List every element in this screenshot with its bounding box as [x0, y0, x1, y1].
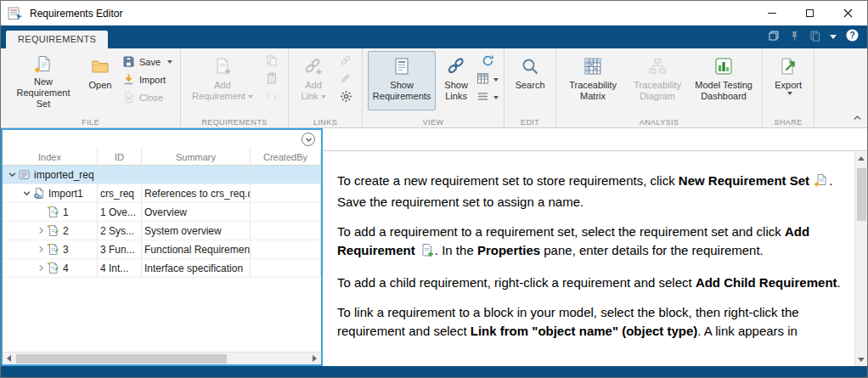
- export-dropdown-caret[interactable]: [787, 92, 792, 95]
- copy-window-icon[interactable]: [809, 30, 820, 45]
- new-requirement-set-icon: [814, 173, 828, 193]
- new-requirement-set-icon: [33, 54, 54, 75]
- tree-caret-icon[interactable]: [7, 170, 18, 179]
- pin-icon[interactable]: [789, 30, 800, 45]
- refresh-button[interactable]: [476, 54, 499, 71]
- ribbon-group-label: EDIT: [504, 118, 555, 127]
- help-icon[interactable]: ?: [846, 29, 859, 45]
- vertical-scrollbar[interactable]: [854, 152, 867, 366]
- export-button[interactable]: Export: [768, 51, 809, 110]
- index-cell: imported_reqs: [3, 166, 98, 183]
- column-header-createdby[interactable]: CreatedBy: [251, 149, 321, 165]
- show-links-icon: [446, 54, 466, 78]
- vertical-scroll-thumb[interactable]: [857, 168, 866, 221]
- createdby-cell: [251, 166, 321, 183]
- open-button[interactable]: Open: [82, 51, 118, 110]
- traceability-diagram-icon: [647, 54, 668, 78]
- table-row[interactable]: 22 Sys...System overview: [3, 222, 321, 240]
- toolstrip-dropdown-caret[interactable]: [830, 35, 837, 39]
- requirements-tree-pane: Index ID Summary CreatedBy imported_reqs…: [1, 128, 323, 366]
- main-area: Index ID Summary CreatedBy imported_reqs…: [1, 128, 867, 366]
- tree-caret-icon[interactable]: [36, 226, 47, 235]
- maximize-button[interactable]: [791, 1, 829, 25]
- createdby-cell: [251, 203, 321, 221]
- scroll-up-icon: [858, 156, 865, 161]
- button-label: Model Testing Dashboard: [695, 80, 752, 101]
- tree-item-label: 4: [63, 262, 69, 274]
- createdby-cell: [251, 240, 321, 258]
- open-folder-icon: [90, 54, 110, 78]
- model-testing-dashboard-button[interactable]: Model Testing Dashboard: [690, 51, 757, 110]
- new-requirement-set-button[interactable]: New Requirement Set: [6, 51, 81, 110]
- show-links-button[interactable]: Show Links: [437, 51, 475, 110]
- copy-icon: [266, 54, 278, 70]
- createdby-cell: [251, 184, 321, 202]
- button-label: Export: [775, 80, 802, 90]
- ribbon-group-label: ANALYSIS: [556, 118, 762, 127]
- collapse-toolstrip-button[interactable]: [851, 111, 863, 123]
- view-options-dropdown-caret[interactable]: [493, 96, 499, 99]
- close-button: Close: [120, 89, 175, 106]
- toolstrip-tabbar: REQUIREMENTS ?: [1, 25, 867, 48]
- column-header-summary[interactable]: Summary: [142, 149, 251, 165]
- copy-button: [261, 54, 283, 71]
- view-options-button[interactable]: [476, 89, 499, 106]
- tree-item-label: imported_reqs: [34, 169, 94, 181]
- scroll-up-button[interactable]: [855, 152, 867, 165]
- pane-collapse-button[interactable]: [302, 133, 315, 146]
- paste-button: [261, 71, 283, 88]
- search-icon: [520, 54, 540, 78]
- tree-item-label: 2: [63, 225, 69, 237]
- save-dropdown-caret[interactable]: [167, 60, 172, 64]
- save-icon: [122, 55, 135, 70]
- scroll-down-button[interactable]: [855, 353, 867, 366]
- index-cell: Import1: [3, 184, 98, 202]
- maximize-icon: [806, 9, 814, 17]
- tree-caret-icon[interactable]: [36, 245, 47, 254]
- column-header-index[interactable]: Index: [3, 149, 98, 165]
- close-window-button[interactable]: [829, 1, 867, 25]
- scroll-left-button[interactable]: [3, 353, 15, 364]
- createdby-cell: [251, 259, 321, 277]
- columns-icon: [476, 72, 489, 88]
- button-label: Save: [139, 57, 161, 67]
- columns-button[interactable]: [476, 71, 499, 88]
- save-button[interactable]: Save: [120, 54, 175, 71]
- stack-windows-icon[interactable]: [768, 30, 780, 45]
- tab-requirements[interactable]: REQUIREMENTS: [6, 31, 108, 48]
- import-icon: [122, 73, 135, 87]
- table-row[interactable]: imported_reqs: [3, 166, 321, 184]
- app-icon: [8, 7, 23, 20]
- chevron-down-icon: [305, 136, 313, 144]
- column-header-id[interactable]: ID: [98, 149, 142, 165]
- columns-dropdown-caret[interactable]: [493, 78, 499, 82]
- table-row[interactable]: 44 Int...Interface specification: [3, 259, 321, 278]
- ribbon-group-label: FILE: [1, 118, 180, 127]
- button-label: Show Links: [444, 80, 468, 101]
- add-requirement-icon: [420, 243, 434, 262]
- scroll-right-button[interactable]: [308, 353, 321, 364]
- traceability-matrix-button[interactable]: Traceability Matrix: [561, 51, 624, 110]
- requirement-icon: [47, 224, 61, 237]
- ribbon-group-label: VIEW: [363, 118, 504, 127]
- table-row[interactable]: Import1crs_reqReferences to crs_req.d...: [3, 184, 321, 203]
- search-button[interactable]: Search: [510, 51, 550, 110]
- table-row[interactable]: 33 Fun...Functional Requirements: [3, 240, 321, 259]
- minimize-button[interactable]: [752, 1, 791, 25]
- promote-demote-icon: [266, 90, 278, 105]
- help-content: To create a new requirement set to store…: [323, 151, 849, 341]
- minimize-icon: [768, 13, 776, 14]
- help-paragraph: To create a new requirement set to store…: [337, 172, 849, 212]
- scroll-down-icon: [858, 358, 865, 362]
- table-row[interactable]: 11 Ove...Overview: [3, 203, 321, 222]
- import-button[interactable]: Import: [120, 71, 175, 88]
- tree-caret-icon[interactable]: [21, 189, 32, 198]
- edit-link-icon: [340, 72, 352, 87]
- add-link-button: Add Link: [294, 51, 333, 110]
- link-settings-button[interactable]: [335, 89, 357, 106]
- horizontal-scrollbar[interactable]: [3, 352, 321, 364]
- summary-cell: Functional Requirements: [142, 240, 251, 258]
- show-requirements-button[interactable]: Show Requirements: [368, 51, 436, 110]
- tree-caret-icon[interactable]: [36, 263, 47, 273]
- horizontal-scroll-thumb[interactable]: [16, 354, 227, 364]
